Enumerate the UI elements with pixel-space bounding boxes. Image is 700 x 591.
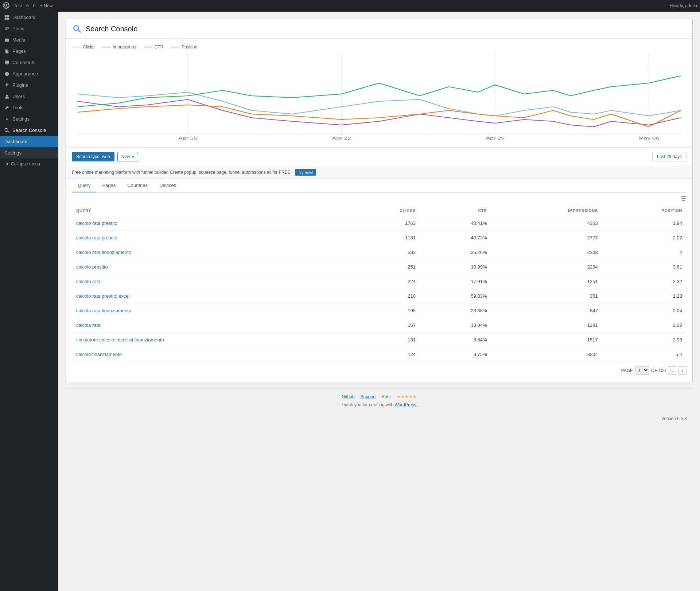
new-filter-button[interactable]: New + [117,152,138,161]
sidebar-item-appearance[interactable]: Appearance [0,68,58,79]
page-title: Search Console [86,25,137,33]
tab-devices[interactable]: Devices [153,179,182,192]
page-header: Search Console [66,19,692,39]
cell-impressions: 2308 [491,245,602,260]
svg-point-7 [6,94,8,97]
tab-query[interactable]: Query [72,179,96,192]
cell-clicks: 251 [349,260,420,274]
sidebar-item-search-console[interactable]: Search Console Dashboard Settings [0,125,58,158]
cell-clicks: 167 [349,318,420,333]
wordpress-link[interactable]: WordPress. [394,402,417,407]
cell-ctr: 40.41% [420,216,491,231]
table-row: simulatore calcolo interessi finanziamen… [72,333,687,347]
cell-query[interactable]: calcolo finanziamento [72,347,349,362]
cell-query[interactable]: simulatore calcolo interessi finanziamen… [72,333,349,347]
sidebar-item-tools[interactable]: Tools [0,102,58,113]
cell-ctr: 8.64% [420,333,491,347]
cell-clicks: 1131 [349,231,420,245]
cell-query[interactable]: calcola rata [72,318,349,333]
sidebar-item-plugins[interactable]: Plugins [0,79,58,91]
cell-clicks: 198 [349,304,420,318]
sidebar-item-pages[interactable]: Pages [0,46,58,57]
sidebar-label-dashboard: Dashboard [12,15,36,20]
data-table: QUERY CLICKS CTR IMPRESSIONS POSITION ca… [72,206,687,362]
svg-point-5 [6,39,7,40]
total-pages: OF 100 [651,368,666,373]
table-tabs: Query Pages Countries Devices [72,179,687,193]
col-header-impressions: IMPRESSIONS [491,206,602,216]
cell-position: 2.04 [602,304,687,318]
cell-ctr: 25.26% [420,245,491,260]
sidebar-label-tools: Tools [12,105,23,110]
cell-impressions: 847 [491,304,602,318]
col-header-ctr: CTR [420,206,491,216]
admin-bar: Test 6 0 + New Howdy, admin [0,0,700,12]
cell-clicks: 131 [349,333,420,347]
collapse-menu-btn[interactable]: Collapse menu [0,158,58,169]
svg-text:Apr 29: Apr 29 [486,136,505,140]
sidebar-label-users: Users [12,94,25,99]
try-now-button[interactable]: Try now! [295,169,316,176]
cell-ctr: 3.75% [420,347,491,362]
pagination: PAGE 1 OF 100 ‹ › [72,362,687,376]
cell-impressions: 4363 [491,216,602,231]
cell-position: 5.4 [602,347,687,362]
sidebar-label-appearance: Appearance [12,71,38,77]
cell-query[interactable]: calcolo rata finanziamento [72,245,349,260]
tab-pages[interactable]: Pages [96,179,121,192]
search-type-button[interactable]: Search type: web [72,152,114,161]
col-header-clicks: CLICKS [349,206,420,216]
cell-impressions: 1517 [491,333,602,347]
cell-query[interactable]: calcola rata finanziamento [72,304,349,318]
page-select[interactable]: 1 [635,366,649,375]
sidebar-item-posts[interactable]: Posts [0,23,58,34]
cell-ctr: 23.38% [420,304,491,318]
submenu-sc-dashboard[interactable]: Dashboard [0,136,58,147]
svg-rect-0 [5,15,7,17]
cell-query[interactable]: calcolo rata prestito excel [72,289,349,304]
cell-impressions: 2284 [491,260,602,274]
cell-clicks: 1763 [349,216,420,231]
svg-line-13 [78,30,81,32]
cell-query[interactable]: calcolo prestito [72,260,349,274]
col-header-query: QUERY [72,206,349,216]
sidebar-item-users[interactable]: Users [0,91,58,102]
svg-text:May 06: May 06 [638,136,659,140]
sidebar-item-media[interactable]: Media [0,34,58,46]
cell-position: 2.02 [602,231,687,245]
cell-ctr: 10.99% [420,260,491,274]
table-row: calcolo finanziamento 124 3.75% 3304 5.4 [72,347,687,362]
table-row: calcolo prestito 251 10.99% 2284 3.61 [72,260,687,274]
footer-rate-label: Rate [382,394,391,399]
cell-query[interactable]: calcolo rata prestito [72,216,349,231]
svg-point-9 [5,128,8,131]
sidebar-item-settings[interactable]: Settings [0,113,58,125]
svg-text:Apr 22: Apr 22 [332,136,351,140]
cell-query[interactable]: calcolo rata [72,274,349,289]
visit-count: 6 [26,3,29,8]
last28-button[interactable]: Last 28 days [652,152,687,161]
footer-github-link[interactable]: Github [342,394,354,399]
svg-point-12 [74,26,78,30]
footer-support-link[interactable]: Support [360,394,376,399]
chart-svg: Apr 15 Apr 22 Apr 29 May 06 [72,54,687,141]
new-button[interactable]: + New [40,3,52,8]
cell-ctr: 40.73% [420,231,491,245]
cell-impressions: 2777 [491,231,602,245]
table-row: calcolo rata 224 17.91% 1251 2.32 [72,274,687,289]
submenu-sc-settings[interactable]: Settings [0,147,58,158]
cell-position: 1.23 [602,289,687,304]
filter-columns-button[interactable] [681,196,687,203]
next-page-button[interactable]: › [678,366,687,375]
howdy-text: Howdy, admin [670,3,697,8]
prev-page-button[interactable]: ‹ [668,366,676,375]
svg-rect-1 [7,15,9,17]
site-name[interactable]: Test [14,3,22,8]
tab-countries[interactable]: Countries [121,179,153,192]
sidebar-item-dashboard[interactable]: Dashboard [0,12,58,23]
sidebar-item-comments[interactable]: Comments [0,57,58,68]
cell-query[interactable]: calcola rata prestito [72,231,349,245]
plus-icon: + [132,154,134,159]
chart-legend: Clicks Impressions CTR Position [72,44,687,50]
table-section: Query Pages Countries Devices QUERY CLIC… [66,179,692,382]
